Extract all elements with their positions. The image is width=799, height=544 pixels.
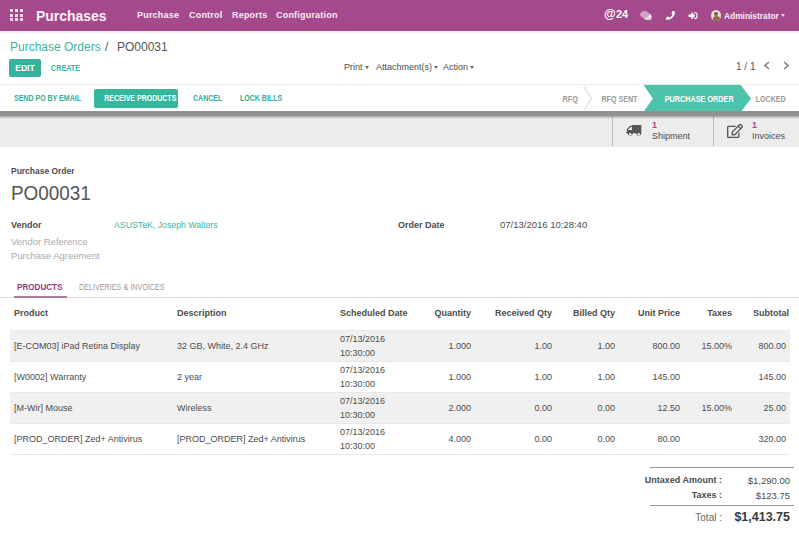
svg-text:RFQ SENT: RFQ SENT [601,94,637,104]
svg-text:RFQ: RFQ [563,94,579,104]
svg-text:PURCHASE ORDER: PURCHASE ORDER [665,94,734,104]
svg-text:LOCKED: LOCKED [756,94,786,104]
